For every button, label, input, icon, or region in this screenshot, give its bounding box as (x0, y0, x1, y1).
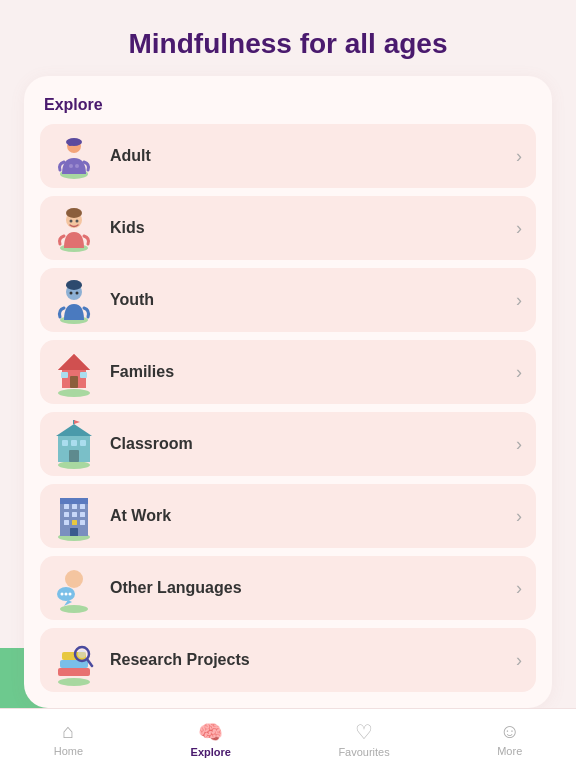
svg-point-50 (69, 593, 72, 596)
svg-rect-19 (70, 376, 78, 388)
svg-point-57 (78, 650, 86, 658)
svg-point-15 (76, 292, 79, 295)
favourites-icon: ♡ (355, 720, 373, 744)
nav-favourites[interactable]: ♡ Favourites (338, 720, 389, 758)
list-item-families[interactable]: Families › (40, 340, 536, 404)
explore-card: Explore Adult › (24, 76, 552, 708)
svg-rect-52 (58, 668, 90, 676)
adult-icon (48, 130, 100, 182)
svg-point-14 (70, 292, 73, 295)
adult-label: Adult (110, 147, 508, 165)
svg-rect-28 (69, 450, 79, 462)
svg-point-45 (65, 570, 83, 588)
svg-point-10 (76, 220, 79, 223)
explore-icon: 🧠 (198, 720, 223, 744)
svg-rect-37 (64, 512, 69, 517)
list-item-research-projects[interactable]: Research Projects › (40, 628, 536, 692)
other-languages-chevron: › (516, 578, 522, 599)
more-icon: ☺ (500, 720, 520, 743)
bottom-navigation: ⌂ Home 🧠 Explore ♡ Favourites ☺ More (0, 708, 576, 768)
svg-rect-25 (62, 440, 68, 446)
families-label: Families (110, 363, 508, 381)
svg-rect-39 (80, 512, 85, 517)
kids-label: Kids (110, 219, 508, 237)
adult-chevron: › (516, 146, 522, 167)
svg-point-51 (58, 678, 90, 686)
list-item-youth[interactable]: Youth › (40, 268, 536, 332)
svg-rect-43 (70, 528, 78, 536)
list-item-kids[interactable]: Kids › (40, 196, 536, 260)
explore-nav-label: Explore (191, 746, 231, 758)
svg-point-48 (61, 593, 64, 596)
kids-chevron: › (516, 218, 522, 239)
svg-point-9 (70, 220, 73, 223)
svg-rect-20 (61, 372, 68, 378)
svg-rect-21 (80, 372, 87, 378)
classroom-chevron: › (516, 434, 522, 455)
svg-point-5 (75, 164, 79, 168)
at-work-label: At Work (110, 507, 508, 525)
svg-rect-27 (80, 440, 86, 446)
list-item-adult[interactable]: Adult › (40, 124, 536, 188)
svg-point-49 (65, 593, 68, 596)
svg-rect-41 (72, 520, 77, 525)
svg-rect-34 (64, 504, 69, 509)
families-chevron: › (516, 362, 522, 383)
families-icon (48, 346, 100, 398)
youth-label: Youth (110, 291, 508, 309)
svg-rect-35 (72, 504, 77, 509)
at-work-icon (48, 490, 100, 542)
youth-chevron: › (516, 290, 522, 311)
more-nav-label: More (497, 745, 522, 757)
svg-rect-42 (80, 520, 85, 525)
list-item-at-work[interactable]: At Work › (40, 484, 536, 548)
research-projects-chevron: › (516, 650, 522, 671)
svg-rect-38 (72, 512, 77, 517)
nav-more[interactable]: ☺ More (497, 720, 522, 757)
home-icon: ⌂ (62, 720, 74, 743)
svg-point-8 (66, 208, 82, 218)
svg-rect-36 (80, 504, 85, 509)
svg-rect-26 (71, 440, 77, 446)
kids-icon (48, 202, 100, 254)
other-languages-icon (48, 562, 100, 614)
favourites-nav-label: Favourites (338, 746, 389, 758)
svg-point-4 (69, 164, 73, 168)
classroom-label: Classroom (110, 435, 508, 453)
svg-point-16 (58, 389, 90, 397)
svg-point-3 (66, 138, 82, 146)
other-languages-label: Other Languages (110, 579, 508, 597)
list-item-classroom[interactable]: Classroom › (40, 412, 536, 476)
svg-rect-33 (60, 498, 88, 504)
nav-home[interactable]: ⌂ Home (54, 720, 83, 757)
classroom-icon (48, 418, 100, 470)
svg-marker-18 (58, 354, 90, 370)
svg-marker-30 (74, 420, 80, 424)
research-projects-icon (48, 634, 100, 686)
explore-label: Explore (40, 96, 536, 114)
svg-marker-24 (56, 424, 92, 436)
at-work-chevron: › (516, 506, 522, 527)
svg-point-44 (60, 605, 88, 613)
page-title: Mindfulness for all ages (0, 0, 576, 76)
svg-point-22 (58, 461, 90, 469)
nav-explore[interactable]: 🧠 Explore (191, 720, 231, 758)
svg-rect-40 (64, 520, 69, 525)
youth-icon (48, 274, 100, 326)
home-nav-label: Home (54, 745, 83, 757)
research-projects-label: Research Projects (110, 651, 508, 669)
list-item-other-languages[interactable]: Other Languages › (40, 556, 536, 620)
